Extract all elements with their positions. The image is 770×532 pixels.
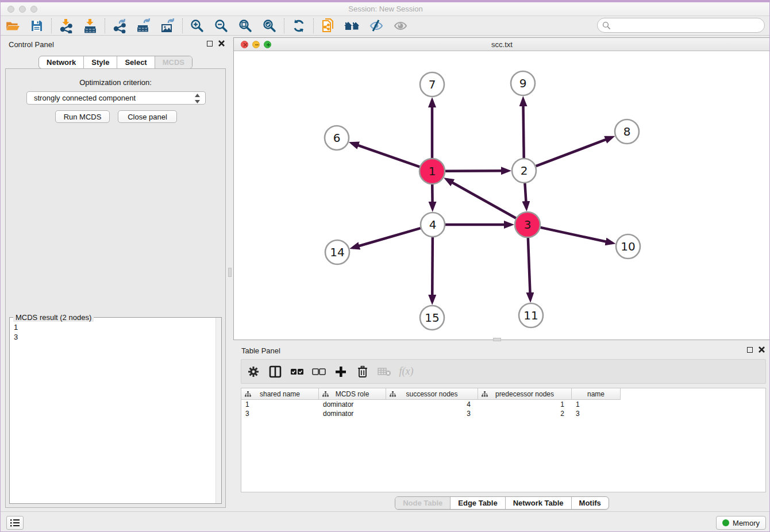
zoom-selected-button[interactable]	[259, 17, 280, 34]
criterion-select[interactable]: strongly connected component	[26, 91, 206, 105]
graph-node-2[interactable]: 2	[512, 159, 536, 183]
refresh-button[interactable]	[288, 17, 309, 34]
result-scrollbar[interactable]	[215, 318, 221, 503]
table-row[interactable]: 3dominator323	[241, 409, 765, 418]
column-header-mcds-role[interactable]: MCDS role	[319, 388, 386, 400]
graph-edge-2-8[interactable]	[536, 137, 612, 166]
import-table-button[interactable]	[80, 17, 101, 34]
table-cell[interactable]: 4	[386, 400, 478, 409]
control-panel: Control Panel NetworkStyleSelectMCDS Opt…	[1, 36, 230, 511]
export-image-button[interactable]	[157, 17, 178, 34]
graph-edge-1-6[interactable]	[352, 143, 419, 167]
graph-node-4[interactable]: 4	[421, 213, 445, 237]
graph-edge-3-1[interactable]	[446, 179, 516, 218]
graph-edges	[352, 99, 612, 302]
export-table-button[interactable]	[133, 17, 154, 34]
float-panel-icon[interactable]	[207, 41, 213, 47]
function-builder-button[interactable]: f(x)	[396, 362, 416, 381]
graph-edge-1-2[interactable]	[445, 171, 508, 171]
gear-button[interactable]	[244, 362, 263, 381]
graph-node-14[interactable]: 14	[325, 240, 349, 264]
column-header-name[interactable]: name	[572, 388, 621, 400]
clone-network-button[interactable]	[318, 17, 338, 34]
column-header-predecessor-nodes[interactable]: predecessor nodes	[478, 388, 572, 400]
unselect-all-button[interactable]	[309, 362, 329, 381]
table-tab-network-table[interactable]: Network Table	[505, 497, 571, 509]
close-panel-button[interactable]: Close panel	[118, 110, 177, 123]
table-cell[interactable]: 3	[241, 409, 319, 418]
criterion-value: strongly connected component	[34, 94, 136, 102]
add-column-button[interactable]	[331, 362, 351, 381]
clone-network-icon	[321, 18, 336, 33]
table-cell[interactable]: 3	[572, 409, 621, 418]
node-table-body: 1dominator4113dominator323	[241, 400, 765, 418]
table-cell[interactable]: 2	[478, 409, 572, 418]
table-cell[interactable]: 1	[572, 400, 621, 409]
vertical-splitter-grip[interactable]	[228, 268, 232, 277]
close-panel-icon[interactable]	[218, 40, 225, 47]
graph-node-11[interactable]: 11	[519, 303, 543, 327]
graph-node-15[interactable]: 15	[420, 306, 444, 330]
float-panel-icon[interactable]	[747, 347, 753, 353]
gear-icon	[247, 365, 260, 378]
app-titlebar: Session: New Session	[1, 2, 770, 16]
import-network-button[interactable]	[56, 17, 76, 34]
tab-network[interactable]: Network	[39, 56, 83, 68]
graph-node-6[interactable]: 6	[325, 126, 349, 150]
save-session-button[interactable]	[26, 17, 47, 34]
table-panel-title: Table Panel	[241, 346, 280, 355]
graph-edge-2-3[interactable]	[525, 183, 526, 208]
tab-select[interactable]: Select	[117, 56, 154, 68]
table-tab-edge-table[interactable]: Edge Table	[450, 497, 505, 509]
column-header-shared-name[interactable]: shared name	[241, 388, 319, 400]
table-cell[interactable]: 3	[386, 409, 478, 418]
graph-node-10[interactable]: 10	[616, 234, 640, 259]
graph-edge-4-14[interactable]	[353, 228, 421, 248]
task-history-button[interactable]	[6, 516, 24, 530]
table-tab-motifs[interactable]: Motifs	[571, 497, 609, 509]
zoom-out-button[interactable]	[211, 17, 232, 34]
network-window-titlebar: scc.txt	[234, 38, 770, 51]
graph-node-3[interactable]: 3	[515, 212, 540, 237]
show-all-button[interactable]	[390, 17, 411, 34]
run-mcds-button[interactable]: Run MCDS	[55, 110, 110, 123]
node-label: 3	[524, 218, 532, 232]
table-row[interactable]: 1dominator411	[241, 400, 765, 409]
close-panel-icon[interactable]	[759, 346, 765, 353]
graph-node-7[interactable]: 7	[420, 72, 444, 97]
tab-mcds[interactable]: MCDS	[155, 56, 192, 68]
graph-node-8[interactable]: 8	[615, 119, 639, 144]
export-network-button[interactable]	[109, 17, 130, 34]
search-input[interactable]	[614, 20, 764, 31]
network-canvas[interactable]: 7968124314101511	[234, 51, 770, 340]
graph-edge-4-15[interactable]	[432, 237, 433, 302]
graph-edge-2-9[interactable]	[523, 99, 523, 158]
delete-column-button[interactable]	[353, 362, 372, 381]
open-file-icon	[5, 18, 20, 33]
graph-svg: 7968124314101511	[234, 51, 770, 340]
graph-edge-3-11[interactable]	[528, 238, 530, 299]
graph-node-9[interactable]: 9	[511, 71, 535, 95]
zoom-fit-button[interactable]	[235, 17, 256, 34]
tab-style[interactable]: Style	[83, 56, 117, 68]
import-table-icon	[83, 18, 98, 33]
column-header-successor-nodes[interactable]: successor nodes	[386, 388, 478, 400]
table-tab-node-table[interactable]: Node Table	[395, 497, 450, 509]
column-layout-button[interactable]	[265, 362, 285, 381]
table-cell[interactable]: dominator	[319, 400, 386, 409]
table-cell[interactable]: dominator	[319, 409, 386, 418]
delete-table-button[interactable]	[375, 362, 394, 381]
home-button[interactable]	[342, 17, 363, 34]
node-label: 1	[429, 164, 436, 178]
column-label: name	[587, 390, 605, 398]
hide-selected-button[interactable]	[366, 17, 387, 34]
open-file-button[interactable]	[2, 17, 23, 34]
graph-node-1[interactable]: 1	[419, 159, 445, 184]
table-cell[interactable]: 1	[478, 400, 572, 409]
zoom-in-button[interactable]	[187, 17, 207, 34]
memory-button[interactable]: Memory	[716, 516, 766, 530]
graph-edge-3-10[interactable]	[540, 228, 612, 243]
table-cell[interactable]: 1	[241, 400, 319, 409]
horizontal-splitter-grip[interactable]	[493, 338, 501, 341]
select-all-button[interactable]	[287, 362, 307, 381]
